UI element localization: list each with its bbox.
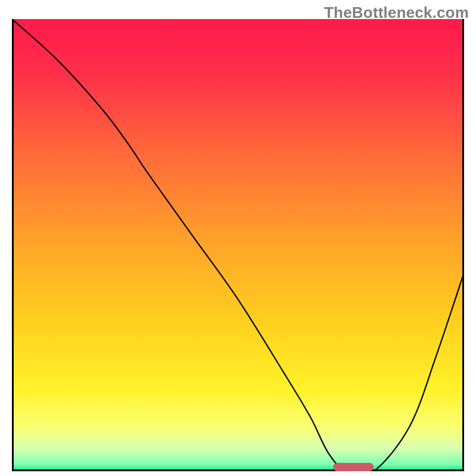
optimum-marker (333, 463, 374, 471)
chart-area (12, 19, 464, 471)
bottleneck-curve (12, 19, 464, 471)
